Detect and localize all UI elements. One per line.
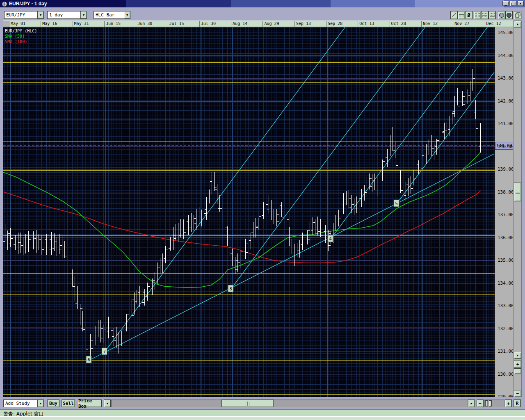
support-trendline	[89, 154, 494, 360]
grid-style-bottom-button[interactable]	[488, 11, 496, 19]
date-label: May 01	[9, 21, 41, 27]
vertical-zoom-thumb[interactable]	[514, 368, 521, 374]
svg-text:Ø: Ø	[467, 12, 470, 18]
legend-item: SMA (50)	[5, 34, 37, 39]
price-label: 145.00	[498, 30, 513, 35]
horizontal-zoom-out-button[interactable]: −	[477, 399, 484, 407]
price-label: 131.00	[498, 349, 513, 354]
date-label: Jun 30	[136, 21, 167, 27]
app-globe-icon	[2, 1, 7, 7]
symbol-select[interactable]: EUR/JPY ▼	[4, 11, 44, 19]
price-label: 141.00	[498, 121, 513, 126]
chart-legend: EUR/JPY (HLC)SMA (50)SMA (100)	[5, 28, 37, 44]
price-label: 139.00	[498, 167, 513, 172]
interval-value: 1 day	[49, 12, 63, 18]
grid-style-bottom-icon	[489, 11, 495, 19]
date-label: Sep 28	[326, 21, 358, 27]
horizontal-zoom-in-button[interactable]: +	[505, 399, 512, 407]
trendline-tool-icon	[451, 11, 457, 19]
legend-item: EUR/JPY (HLC)	[5, 28, 37, 34]
grid-style-middle-button[interactable]	[481, 11, 488, 19]
price-label: 138.00	[498, 189, 513, 195]
fill-style-dark-button[interactable]	[505, 11, 513, 19]
date-label: Dec 12	[485, 21, 516, 27]
chart-area[interactable]: 67845 EUR/JPY (HLC)SMA (50)SMA (100)	[3, 27, 495, 397]
date-axis-corner	[3, 21, 9, 27]
wave-label: 7	[102, 348, 107, 355]
date-label: Jul 30	[199, 21, 231, 27]
price-label: 142.00	[498, 98, 513, 104]
clear-studies-tool-button[interactable]: Ø	[465, 11, 472, 19]
price-label: 135.00	[498, 258, 513, 263]
trend-ray-line	[105, 27, 346, 352]
thumb-grip-icon	[246, 402, 250, 406]
title-bar[interactable]: EUR/JPY - 1 day _ ×	[0, 0, 525, 7]
date-label: Oct 13	[358, 21, 389, 27]
bottom-strip	[0, 417, 525, 420]
cascade-windows-button[interactable]	[514, 11, 522, 19]
wave-label-text: 7	[103, 349, 106, 354]
close-button[interactable]: ×	[517, 1, 524, 6]
wave-label-text: 5	[395, 201, 398, 206]
vertical-scrollbar[interactable]: ▲ ▼ + −	[514, 21, 522, 397]
minimize-button[interactable]: _	[502, 1, 509, 6]
vertical-zoom-out-button[interactable]: −	[514, 390, 521, 397]
scroll-up-button[interactable]: ▲	[514, 21, 521, 27]
price-axis: 140.03 145.00144.00143.00142.00141.00140…	[495, 27, 513, 397]
price-box-button[interactable]: Price Box	[78, 399, 102, 407]
sma50-line	[3, 152, 481, 288]
restore-button[interactable]	[510, 1, 516, 6]
thumb-grip-icon	[516, 190, 520, 194]
chevron-down-icon[interactable]: ▼	[37, 11, 44, 19]
price-label: 143.00	[498, 75, 513, 81]
application-window: EUR/JPY - 1 day _ × EUR/JPY ▼ 1 day ▼ HL…	[0, 0, 525, 420]
symbol-value: EUR/JPY	[6, 12, 25, 18]
price-label: 144.00	[498, 53, 513, 58]
scroll-down-button[interactable]: ▼	[514, 352, 521, 359]
date-label: Jun 15	[104, 21, 136, 27]
scroll-right-button[interactable]: ▶	[468, 399, 475, 407]
wave-label: 6	[86, 356, 91, 363]
scroll-left-button[interactable]: ◀	[104, 399, 111, 407]
price-label: 136.00	[498, 235, 513, 240]
interval-select[interactable]: 1 day ▼	[47, 11, 87, 19]
wave-label: 8	[228, 285, 233, 292]
date-label: Nov 12	[421, 21, 453, 27]
price-label: 133.00	[498, 303, 513, 308]
chevron-down-icon[interactable]: ▼	[80, 11, 87, 19]
date-label: Jul 15	[168, 21, 199, 27]
horizontal-scroll-thumb[interactable]	[221, 399, 274, 407]
wave-label-text: 4	[329, 236, 332, 242]
horizontal-line-tool-button[interactable]	[458, 11, 465, 19]
add-study-select[interactable]: Add Study ▼	[3, 399, 44, 407]
price-label: 130.00	[498, 372, 513, 377]
chart-svg[interactable]: 67845	[3, 27, 495, 397]
grid-style-top-button[interactable]	[474, 11, 481, 19]
chevron-down-icon[interactable]: ▼	[37, 399, 44, 407]
price-label: 140.00	[498, 144, 513, 149]
fill-style-light-button[interactable]	[498, 11, 505, 19]
chevron-down-icon[interactable]: ▼	[124, 11, 130, 19]
horizontal-zoom-thumb[interactable]	[485, 400, 488, 406]
date-label: May 31	[73, 21, 104, 27]
fill-style-dark-icon	[506, 11, 512, 19]
date-axis: May 01May 16May 31Jun 15Jun 30Jul 15Jul …	[3, 21, 513, 27]
price-label: 137.00	[498, 212, 513, 217]
grid-style-top-icon	[474, 11, 481, 19]
chart-type-select[interactable]: HLC Bar ▼	[94, 11, 130, 19]
vertical-scroll-thumb[interactable]	[514, 182, 521, 201]
horizontal-scroll-track[interactable]	[111, 399, 468, 407]
date-label: Aug 14	[231, 21, 262, 27]
window-controls: _ ×	[502, 1, 524, 6]
date-label: Oct 28	[390, 21, 421, 27]
horizontal-zoom-thumb[interactable]	[489, 400, 492, 406]
cascade-windows-icon	[515, 11, 521, 19]
buy-button[interactable]: Buy	[47, 399, 59, 407]
reset-view-button[interactable]: R	[514, 399, 521, 407]
fill-style-light-icon	[498, 11, 505, 19]
sell-button[interactable]: Sell	[62, 399, 75, 407]
vertical-zoom-in-button[interactable]: +	[514, 360, 521, 368]
status-bar: 警告: Applet 窗口	[0, 409, 525, 416]
date-label: Sep 13	[294, 21, 326, 27]
trendline-tool-button[interactable]	[450, 11, 458, 19]
